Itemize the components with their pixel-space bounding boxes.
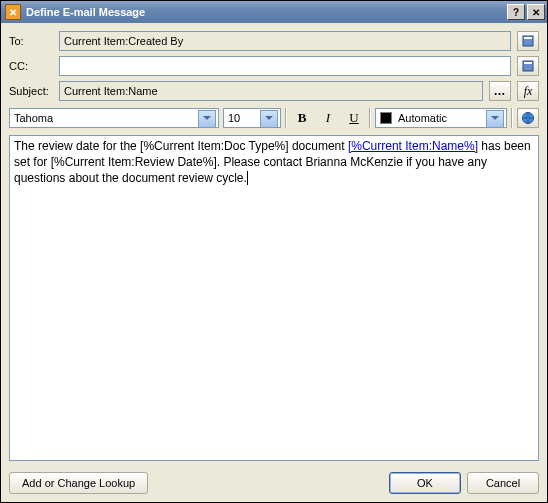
color-swatch <box>380 112 392 124</box>
chevron-down-icon <box>265 116 273 120</box>
divider <box>511 108 513 128</box>
font-value: Tahoma <box>14 112 53 124</box>
app-icon: ✕ <box>5 4 21 20</box>
bold-button[interactable]: B <box>291 108 313 128</box>
to-row: To: Current Item:Created By <box>9 31 539 51</box>
subject-field[interactable]: Current Item:Name <box>59 81 483 101</box>
dialog-window: ✕ Define E-mail Message ? ✕ To: Current … <box>0 0 548 503</box>
divider <box>369 108 371 128</box>
cc-label: CC: <box>9 60 53 72</box>
to-field[interactable]: Current Item:Created By <box>59 31 511 51</box>
body-link[interactable]: [%Current Item:Name%] <box>348 139 478 153</box>
size-value: 10 <box>228 112 240 124</box>
underline-button[interactable]: U <box>343 108 365 128</box>
chevron-down-icon <box>491 116 499 120</box>
text-cursor <box>247 171 248 185</box>
format-toolbar: Tahoma 10 B I U Automatic <box>9 106 539 130</box>
address-book-to-button[interactable] <box>517 31 539 51</box>
book-icon <box>521 59 535 73</box>
book-icon <box>521 34 535 48</box>
font-select[interactable]: Tahoma <box>9 108 219 128</box>
globe-icon <box>521 111 535 125</box>
font-color-select[interactable]: Automatic <box>375 108 507 128</box>
subject-label: Subject: <box>9 85 53 97</box>
window-controls: ? ✕ <box>507 4 545 20</box>
chevron-down-icon <box>203 116 211 120</box>
subject-row: Subject: Current Item:Name … fx <box>9 81 539 101</box>
message-body[interactable]: The review date for the [%Current Item:D… <box>9 135 539 461</box>
content-area: To: Current Item:Created By CC: Subject:… <box>1 23 547 502</box>
ok-button[interactable]: OK <box>389 472 461 494</box>
font-size-select[interactable]: 10 <box>223 108 281 128</box>
globe-button[interactable] <box>517 108 539 128</box>
divider <box>285 108 287 128</box>
close-button[interactable]: ✕ <box>527 4 545 20</box>
button-row: Add or Change Lookup OK Cancel <box>9 466 539 494</box>
address-book-cc-button[interactable] <box>517 56 539 76</box>
cc-row: CC: <box>9 56 539 76</box>
lookup-button[interactable]: Add or Change Lookup <box>9 472 148 494</box>
cancel-button[interactable]: Cancel <box>467 472 539 494</box>
fx-icon: fx <box>524 84 533 99</box>
subject-more-button[interactable]: … <box>489 81 511 101</box>
titlebar: ✕ Define E-mail Message ? ✕ <box>1 1 547 23</box>
dialog-title: Define E-mail Message <box>26 6 507 18</box>
cc-field[interactable] <box>59 56 511 76</box>
svg-rect-3 <box>524 62 532 64</box>
color-value: Automatic <box>398 112 447 124</box>
to-label: To: <box>9 35 53 47</box>
help-button[interactable]: ? <box>507 4 525 20</box>
subject-fx-button[interactable]: fx <box>517 81 539 101</box>
svg-rect-1 <box>524 37 532 39</box>
body-text-before: The review date for the [%Current Item:D… <box>14 139 348 153</box>
italic-button[interactable]: I <box>317 108 339 128</box>
